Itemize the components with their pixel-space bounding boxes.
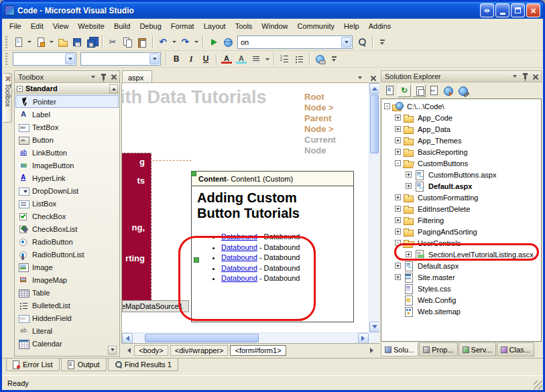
menu-website[interactable]: Website [73,20,109,32]
combobox-dropdown-arrow[interactable] [149,54,160,64]
toolbox-pin-button[interactable] [99,72,108,82]
save-button[interactable] [70,35,84,50]
close-button[interactable]: × [526,3,540,17]
scroll-down-button[interactable] [369,322,379,332]
save-all-button[interactable] [84,35,99,50]
toolbox-item-checkboxlist[interactable]: CheckBoxList [15,222,119,235]
vertical-scroll-thumb[interactable] [370,94,379,153]
databound-link[interactable]: Databound [221,274,257,282]
tree-item-app-data[interactable]: +App_Data [381,123,541,135]
toolbox-item-linkbutton[interactable]: LinkButton [15,146,119,159]
toolbox-item-textbox[interactable]: TextBox [15,121,119,133]
tree-item-web-config[interactable]: Web.Config [381,294,541,306]
toolbox-item-checkbox[interactable]: CheckBox [15,210,119,222]
copy-button[interactable] [120,35,135,50]
tree-item-custombuttons-aspx[interactable]: +CustomButtons.aspx [381,169,541,180]
document-close-button[interactable] [368,73,377,82]
expander-minus-icon[interactable]: - [395,240,401,246]
toolbox-item-listbox[interactable]: ListBox [15,197,119,210]
align-button[interactable] [249,52,263,66]
menu-layout[interactable]: Layout [199,20,231,32]
italic-button[interactable]: I [184,52,198,66]
bullet-list-button[interactable] [292,52,306,66]
tree-item-default-aspx[interactable]: +Default.aspx [381,180,541,192]
smart-tag-icon[interactable] [194,257,199,263]
tag-path-item[interactable]: <div#wrapper> [170,345,229,356]
sitemapdatasource-control[interactable]: eMapDataSource1 [122,300,189,312]
content-region-header[interactable]: Content - Content1 (Custom) [192,172,353,186]
nav-menu-item-clipped[interactable]: ng, [132,222,145,233]
add-item-button[interactable] [33,35,48,50]
align-dropdown-arrow[interactable] [263,52,271,66]
toolbox-item-hiddenfield[interactable]: HiddenField [15,312,119,324]
smart-tag-icon[interactable] [191,171,196,176]
options-chevron-button[interactable] [375,35,390,50]
tree-item-web-sitemap[interactable]: Web.sitemap [381,306,541,317]
minimize-button[interactable] [495,3,509,17]
expander-plus-icon[interactable]: + [406,172,412,178]
cut-button[interactable]: ✂ [105,35,120,50]
solution-explorer-pin-button[interactable] [520,72,530,81]
expander-minus-icon[interactable]: - [395,160,401,166]
underline-button[interactable]: U [198,52,213,66]
undo-button[interactable]: ↶ [156,35,170,50]
tree-item-c-code[interactable]: -C:\...\Code\ [381,101,541,112]
designer-vertical-scrollbar[interactable] [369,83,379,332]
menu-format[interactable]: Format [166,20,199,32]
browse-web-button[interactable] [221,35,235,50]
solution-explorer-window-menu-button[interactable] [510,72,520,81]
tree-item-basicreporting[interactable]: +BasicReporting [381,146,541,157]
view-code-button[interactable] [427,84,440,97]
menu-help[interactable]: Help [339,20,364,32]
databound-link[interactable]: Databound [221,264,257,272]
tag-path-item[interactable]: <form#form1> [230,345,286,356]
expander-plus-icon[interactable]: + [395,149,401,155]
toolbox-item-hyperlink[interactable]: HyperLink [15,172,119,184]
menu-debug[interactable]: Debug [135,20,166,32]
expander-plus-icon[interactable]: + [395,228,401,235]
maximize-button[interactable] [511,3,525,17]
toolbar-grip-handle[interactable] [5,36,7,48]
toolbox-item-imagebutton[interactable]: ImageButton [15,159,119,172]
databound-link[interactable]: Databound [221,253,257,261]
toolbox-item-literal[interactable]: Literal [15,324,119,337]
font-color-button[interactable]: A [219,52,234,66]
asp-config-button[interactable] [457,84,470,97]
tree-item-filtering[interactable]: +Filtering [381,214,541,226]
toolbox-item-imagemap[interactable]: ImageMap [15,273,119,286]
resize-grip-icon[interactable] [534,381,542,389]
tree-item-customformatting[interactable]: +CustomFormatting [381,192,541,203]
toolbox-close-button[interactable] [109,72,118,82]
toolbar-grip-handle[interactable] [5,53,7,65]
toolbox-item-radiobutton[interactable]: RadioButton [15,235,119,248]
tree-item-styles-css[interactable]: Styles.css [381,283,541,294]
window-nav-button[interactable] [480,3,494,17]
menu-addins[interactable]: Addins [364,20,396,32]
toolbox-item-bulletedlist[interactable]: BulletedList [15,299,119,312]
hyperlink-button[interactable] [312,52,327,66]
highlight-button[interactable]: A [234,52,249,66]
start-debug-button[interactable] [206,35,221,50]
menu-view[interactable]: View [48,20,74,32]
tree-item-app-code[interactable]: +App_Code [381,112,541,123]
toolbox-section-standard[interactable]: - Standard [15,83,119,94]
toolbox-item-dropdownlist[interactable]: DropDownList [15,184,119,197]
designer-horizontal-scrollbar[interactable] [122,332,369,343]
tag-path-item[interactable]: <body> [134,345,168,356]
solution-explorer-close-button[interactable] [530,72,540,81]
tree-item-site-master[interactable]: +Site.master [381,271,541,283]
toolbox-autohide-tab[interactable]: Toolbox [3,73,12,123]
tool-window-tab-prop[interactable]: Prop... [419,342,457,356]
nav-menu-item-clipped[interactable]: ts [137,176,145,186]
toolbox-item-image[interactable]: Image [15,261,119,273]
document-list-button[interactable] [355,73,365,82]
find-button[interactable] [355,35,369,50]
toolbox-item-pointer[interactable]: Pointer [15,95,119,108]
tag-scroll-right-button[interactable] [369,345,377,355]
scroll-left-button[interactable] [122,333,133,343]
add-item-dropdown-arrow[interactable] [48,35,55,50]
toolbox-header[interactable]: Toolbox [15,71,119,83]
databound-link[interactable]: Databound [221,233,257,241]
menu-window[interactable]: Window [257,20,292,32]
undo-dropdown-arrow[interactable] [170,35,178,50]
